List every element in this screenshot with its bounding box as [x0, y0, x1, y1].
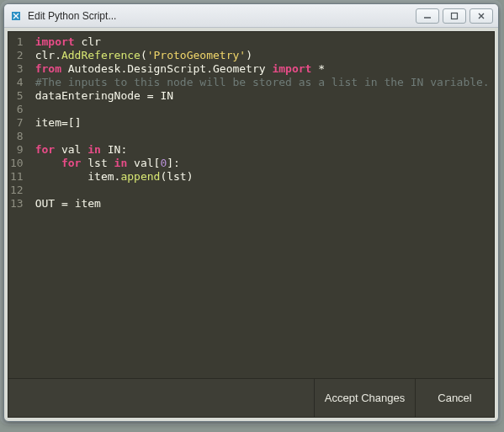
line-number: 12	[10, 184, 24, 197]
token-name: val	[134, 157, 153, 170]
maximize-button[interactable]	[443, 8, 466, 24]
token-name: OUT	[35, 197, 55, 211]
code-line[interactable]	[35, 130, 490, 143]
line-number: 1	[10, 35, 24, 49]
line-number: 6	[10, 103, 24, 116]
code-line[interactable]: import clr	[35, 35, 490, 49]
line-number: 5	[10, 89, 24, 103]
svg-rect-2	[452, 13, 458, 19]
token-sp	[127, 157, 134, 170]
token-sp	[61, 62, 68, 76]
token-name: item	[88, 170, 114, 184]
token-sp	[311, 62, 318, 76]
line-number: 2	[10, 49, 24, 62]
token-sp	[81, 157, 88, 170]
code-line[interactable]: dataEnteringNode = IN	[35, 89, 490, 103]
line-number: 10	[10, 157, 24, 170]
token-kw: in	[88, 143, 101, 157]
token-punc: [	[154, 157, 161, 170]
token-sp	[81, 143, 88, 157]
line-number: 9	[10, 143, 24, 157]
editor-window: Edit Python Script... 12345678910111213 …	[3, 3, 499, 422]
token-punc: (	[141, 49, 147, 62]
cancel-button[interactable]: Cancel	[415, 379, 494, 417]
token-punc: ]	[75, 116, 82, 130]
minimize-button[interactable]	[416, 8, 439, 24]
token-op: =	[61, 197, 68, 211]
line-number: 4	[10, 76, 24, 89]
code-line[interactable]: for val in IN:	[35, 143, 490, 157]
dialog-button-bar: Accept Changes Cancel	[8, 379, 495, 418]
token-punc: .	[114, 170, 121, 184]
token-name: dataEnteringNode	[35, 89, 141, 103]
token-kw: for	[35, 143, 55, 157]
line-number: 7	[10, 116, 24, 130]
line-number: 11	[10, 170, 24, 184]
app-icon	[9, 9, 23, 23]
token-name: IN	[160, 89, 173, 103]
token-name: val	[61, 143, 81, 157]
token-sp	[55, 143, 61, 157]
token-punc: :	[173, 157, 180, 170]
token-op: =	[61, 116, 68, 130]
token-kw: for	[61, 157, 81, 170]
code-line[interactable]: item=[]	[35, 116, 490, 130]
code-line[interactable]	[35, 103, 490, 116]
token-name: item	[75, 197, 101, 211]
line-number-gutter: 12345678910111213	[8, 32, 29, 378]
token-comment: #The inputs to this node will be stored …	[35, 76, 490, 89]
token-sp	[266, 62, 273, 76]
token-sp	[68, 197, 75, 211]
code-line[interactable]: item.append(lst)	[35, 170, 490, 184]
token-kw: in	[114, 157, 128, 170]
code-line[interactable]: #The inputs to this node will be stored …	[35, 76, 490, 89]
token-op: *	[318, 62, 325, 76]
token-str: 'ProtoGeometry'	[147, 49, 246, 62]
token-kw: import	[272, 62, 311, 76]
code-editor[interactable]: 12345678910111213 import clrclr.AddRefer…	[8, 31, 495, 379]
token-op: =	[147, 89, 154, 103]
token-sp	[141, 89, 147, 103]
token-num: 0	[160, 157, 167, 170]
code-line[interactable]: clr.AddReference('ProtoGeometry')	[35, 49, 490, 62]
line-number: 13	[10, 197, 24, 211]
close-button[interactable]	[470, 8, 493, 24]
line-number: 8	[10, 130, 24, 143]
token-sp	[55, 197, 61, 211]
token-call: append	[120, 170, 160, 184]
token-sp	[154, 89, 161, 103]
token-name: lst	[167, 170, 186, 184]
token-name: clr	[81, 35, 100, 49]
accept-changes-button[interactable]: Accept Changes	[314, 379, 415, 417]
token-kw: import	[35, 35, 75, 49]
token-sp	[101, 143, 108, 157]
token-name: item	[35, 116, 61, 130]
token-punc: )	[187, 170, 194, 184]
token-call: AddReference	[61, 49, 141, 62]
code-line[interactable]: from Autodesk.DesignScript.Geometry impo…	[35, 62, 490, 76]
token-name: Autodesk.DesignScript.Geometry	[68, 62, 266, 76]
window-controls	[416, 8, 493, 24]
token-sp	[35, 157, 61, 170]
token-sp	[75, 35, 82, 49]
token-name: lst	[88, 157, 107, 170]
token-sp	[35, 170, 88, 184]
token-name: clr	[35, 49, 55, 62]
token-punc: )	[246, 49, 252, 62]
code-line[interactable]	[35, 184, 490, 197]
token-punc: .	[55, 49, 61, 62]
token-punc: :	[120, 143, 127, 157]
code-line[interactable]: for lst in val[0]:	[35, 157, 490, 170]
code-area[interactable]: import clrclr.AddReference('ProtoGeometr…	[29, 32, 495, 378]
code-line[interactable]: OUT = item	[35, 197, 490, 211]
token-sp	[108, 157, 114, 170]
token-kw: from	[35, 62, 61, 76]
token-punc: (	[160, 170, 167, 184]
token-name: IN	[108, 143, 121, 157]
token-punc: [	[68, 116, 75, 130]
line-number: 3	[10, 62, 24, 76]
window-title: Edit Python Script...	[28, 10, 416, 22]
token-punc: ]	[167, 157, 173, 170]
titlebar[interactable]: Edit Python Script...	[4, 4, 498, 28]
